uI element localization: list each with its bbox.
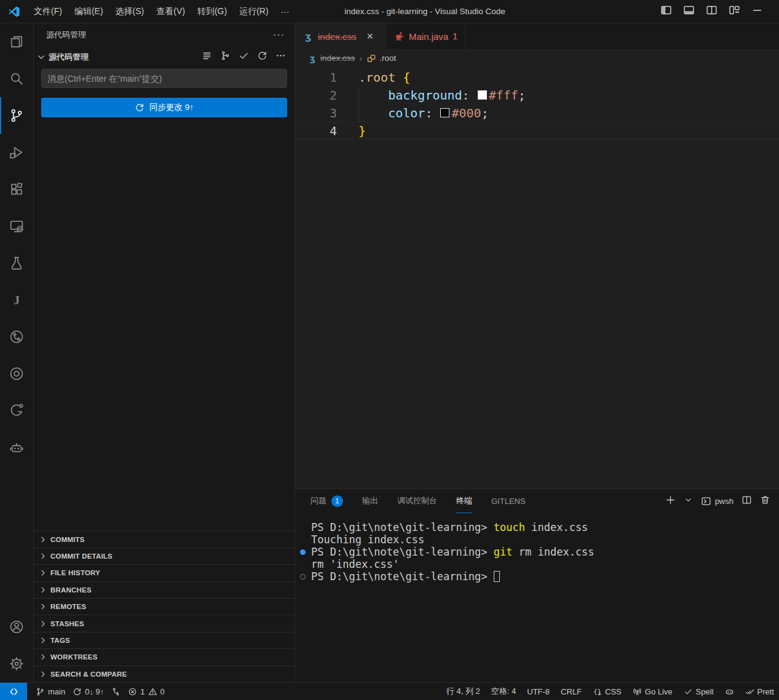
toggle-panel-button[interactable] <box>681 2 697 21</box>
terminal[interactable]: PS D:\git\note\git-learning> touch index… <box>295 513 779 682</box>
split-terminal-button[interactable] <box>741 495 752 508</box>
activity-item-gitlens[interactable] <box>0 318 33 355</box>
view-as-tree-button[interactable] <box>220 50 231 63</box>
toggle-sidebar-button[interactable] <box>658 2 674 21</box>
activity-item-chat[interactable] <box>0 429 33 466</box>
activity-item-testing[interactable] <box>0 245 33 281</box>
new-terminal-button[interactable] <box>665 495 676 508</box>
command-decoration-success[interactable] <box>300 549 306 555</box>
activity-item-remote-explorer[interactable] <box>0 208 33 245</box>
gear-icon <box>9 656 24 671</box>
terminal-text: rm index.css <box>513 546 595 558</box>
minimize-button[interactable] <box>749 2 765 21</box>
menu-编辑(E)[interactable]: 编辑(E) <box>68 3 109 20</box>
commit-graph-status-item[interactable] <box>108 683 124 700</box>
terminal-launch-dropdown-button[interactable] <box>684 495 693 507</box>
prettier-status-item[interactable]: Prett <box>741 683 778 700</box>
section-stashes[interactable]: STASHES <box>34 615 295 631</box>
chevron-right-icon <box>39 653 47 661</box>
terminal-text: PS D:\git\note\git-learning> <box>311 521 494 533</box>
section-label: STASHES <box>50 620 84 627</box>
section-branches[interactable]: BRANCHES <box>34 581 295 598</box>
close-tab-button[interactable]: × <box>367 31 374 42</box>
git-branch-status-item[interactable]: main <box>32 683 69 700</box>
menu-overflow[interactable]: ··· <box>275 3 296 20</box>
menu-文件(F)[interactable]: 文件(F) <box>28 3 68 20</box>
section-label: COMMITS <box>50 536 85 543</box>
panel-tab-调试控制台[interactable]: 调试控制台 <box>397 489 437 513</box>
activity-item-git-graph[interactable] <box>0 392 33 429</box>
spell-checker-status-item[interactable]: Spell <box>680 683 718 700</box>
language-mode-status-item[interactable]: {}CSS <box>589 683 625 700</box>
section-commits[interactable]: COMMITS <box>34 530 295 547</box>
tab-index.css[interactable]: ʒindex.css× <box>295 23 386 49</box>
activity-item-run-and-debug[interactable] <box>0 134 33 171</box>
code-token: #000 <box>451 106 481 120</box>
split-editor-button[interactable] <box>703 2 720 21</box>
terminal-instance[interactable]: pwsh <box>701 496 734 506</box>
symbol-class-icon <box>366 53 376 63</box>
indentation-status-item[interactable]: 空格: 4 <box>488 683 520 700</box>
activity-item-extensions[interactable] <box>0 171 33 208</box>
panel-tab-问题[interactable]: 问题1 <box>310 489 343 513</box>
code-token: : <box>425 106 440 120</box>
panel-tab-输出[interactable]: 输出 <box>362 489 378 513</box>
color-swatch[interactable] <box>478 90 487 100</box>
section-worktrees[interactable]: WORKTREES <box>34 648 295 665</box>
section-commit-details[interactable]: COMMIT DETAILS <box>34 548 295 564</box>
section-remotes[interactable]: REMOTES <box>34 598 295 615</box>
customize-layout-icon <box>729 4 740 16</box>
copilot-status-item[interactable] <box>721 683 738 700</box>
panel-tab-终端[interactable]: 终端 <box>456 489 472 513</box>
source-control-section-header[interactable]: 源代码管理 <box>34 46 295 68</box>
code-editor[interactable]: 1.root {2 background: #fff;3 color: #000… <box>295 66 779 489</box>
breadcrumb-symbol[interactable]: .root <box>379 53 396 63</box>
chevron-right-icon <box>39 568 47 577</box>
breadcrumb-file[interactable]: index.css <box>320 53 355 63</box>
css-file-icon: ʒ <box>307 53 317 63</box>
section-search-compare[interactable]: SEARCH & COMPARE <box>34 666 295 682</box>
problems-status-item[interactable]: 10 <box>124 683 168 700</box>
status-label: CRLF <box>561 687 582 696</box>
menu-选择(S)[interactable]: 选择(S) <box>109 3 151 20</box>
section-file-history[interactable]: FILE HISTORY <box>34 564 295 581</box>
activity-item-settings[interactable] <box>0 645 33 682</box>
refresh-button[interactable] <box>257 50 267 63</box>
menu-运行(R)[interactable]: 运行(R) <box>233 3 274 20</box>
cursor-position-status-item[interactable]: 行 4, 列 2 <box>443 683 484 700</box>
code-token: ; <box>518 88 526 103</box>
terminal-text: rm 'index.css' <box>311 558 399 570</box>
commit-message-input[interactable] <box>41 69 287 88</box>
sync-status-status-item[interactable]: 0↓ 9↑ <box>69 683 108 700</box>
customize-layout-button[interactable] <box>726 2 743 21</box>
chevron-right-icon <box>39 535 47 544</box>
go-live-status-item[interactable]: Go Live <box>629 683 676 700</box>
command-decoration-prompt[interactable] <box>300 574 306 580</box>
more-actions-button[interactable] <box>275 50 286 63</box>
activity-item-java-projects[interactable]: J <box>0 281 33 318</box>
activity-item-search[interactable] <box>0 60 33 97</box>
activity-item-explorer[interactable] <box>0 23 33 60</box>
color-swatch[interactable] <box>440 108 449 117</box>
panel-tab-GITLENS[interactable]: GITLENS <box>491 489 526 513</box>
indent-guide <box>358 87 359 122</box>
encoding-status-item[interactable]: UTF-8 <box>523 683 553 700</box>
section-tags[interactable]: TAGS <box>34 632 295 648</box>
sync-changes-button[interactable]: 同步更改 9↑ <box>41 98 287 117</box>
menu-转到(G)[interactable]: 转到(G) <box>191 3 233 20</box>
menu-查看(V)[interactable]: 查看(V) <box>150 3 191 20</box>
remote-window-status-item[interactable] <box>0 683 27 700</box>
view-as-list-button[interactable] <box>202 50 212 63</box>
kill-terminal-button[interactable] <box>760 495 770 508</box>
tab-Main.java[interactable]: Main.java1 <box>386 23 465 49</box>
commit-button[interactable] <box>239 50 249 63</box>
activity-item-gitlens-inspect[interactable] <box>0 355 33 392</box>
eol-sequence-status-item[interactable]: CRLF <box>557 683 585 700</box>
activity-item-source-control[interactable] <box>0 97 33 134</box>
activity-bar: J <box>0 23 34 682</box>
chevron-right-icon <box>39 602 47 611</box>
chevron-right-icon <box>39 619 47 628</box>
sidebar-more-actions-button[interactable]: ··· <box>273 29 285 41</box>
code-token: background <box>388 88 462 103</box>
activity-item-accounts[interactable] <box>0 608 33 645</box>
